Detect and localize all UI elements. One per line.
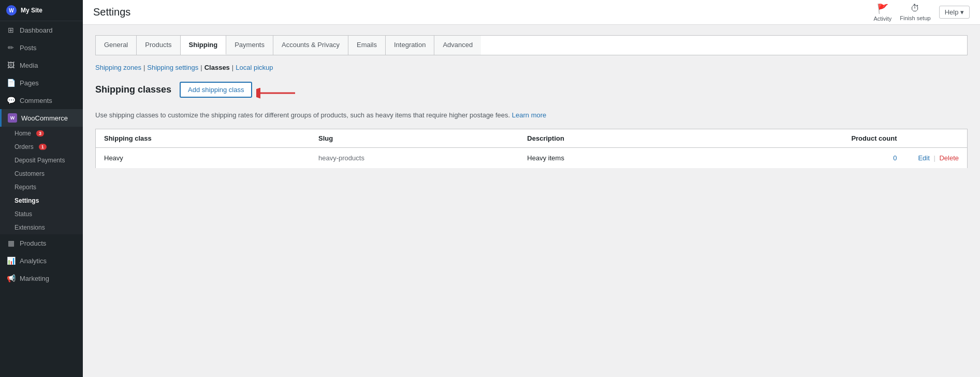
submenu-label: Reports	[14, 184, 36, 191]
section-header: Shipping classes Add shipping class	[95, 82, 252, 98]
main-area: Settings 🚩 Activity ⏱ Finish setup Help …	[83, 0, 980, 377]
edit-link[interactable]: Edit	[918, 154, 929, 162]
tab-emails[interactable]: Emails	[348, 36, 386, 55]
topbar: Settings 🚩 Activity ⏱ Finish setup Help …	[83, 0, 980, 25]
row-name: Heavy	[96, 147, 311, 168]
add-shipping-class-button[interactable]: Add shipping class	[180, 82, 252, 98]
finish-setup-icon: ⏱	[911, 3, 920, 14]
submenu-label: Extensions	[14, 224, 45, 231]
sidebar-item-label: Products	[20, 239, 46, 247]
sidebar: W My Site ⊞ Dashboard ✏ Posts 🖼 Media 📄 …	[0, 0, 83, 377]
home-badge: 3	[36, 130, 44, 137]
learn-more-link[interactable]: Learn more	[512, 111, 546, 119]
tab-accounts-privacy[interactable]: Accounts & Privacy	[273, 36, 348, 55]
section-header-row: Shipping classes Add shipping class	[95, 82, 968, 104]
subnav-classes[interactable]: Classes	[204, 64, 230, 71]
sidebar-item-comments[interactable]: 💬 Comments	[0, 92, 83, 109]
row-actions: Edit | Delete	[905, 147, 968, 168]
red-arrow-icon	[256, 84, 298, 102]
sidebar-item-label: Comments	[20, 97, 52, 104]
row-product-count: 0	[698, 147, 905, 168]
activity-icon: 🚩	[877, 3, 888, 14]
submenu-label: Status	[14, 210, 32, 218]
sidebar-item-analytics[interactable]: 📊 Analytics	[0, 252, 83, 269]
woocommerce-icon: W	[8, 113, 17, 123]
sidebar-item-label: Pages	[20, 79, 39, 87]
help-button[interactable]: Help ▾	[939, 6, 970, 19]
settings-tabs: General Products Shipping Payments Accou…	[95, 35, 968, 55]
sidebar-item-products[interactable]: ▦ Products	[0, 234, 83, 252]
site-name: My Site	[21, 7, 42, 14]
sidebar-item-media[interactable]: 🖼 Media	[0, 56, 83, 74]
shipping-subnav: Shipping zones | Shipping settings | Cla…	[95, 64, 968, 71]
delete-link[interactable]: Delete	[939, 154, 959, 162]
submenu-label: Home	[14, 130, 31, 137]
subnav-sep-2: |	[200, 64, 202, 71]
sidebar-item-posts[interactable]: ✏ Posts	[0, 39, 83, 56]
sidebar-item-label: Posts	[20, 44, 37, 52]
sidebar-item-dashboard[interactable]: ⊞ Dashboard	[0, 21, 83, 39]
submenu-item-extensions[interactable]: Extensions	[0, 221, 83, 234]
analytics-icon: 📊	[6, 256, 16, 265]
sidebar-logo: W My Site	[0, 0, 83, 21]
submenu-item-deposit-payments[interactable]: Deposit Payments	[0, 154, 83, 167]
section-title: Shipping classes	[95, 84, 171, 95]
tab-products[interactable]: Products	[137, 36, 180, 55]
submenu-label: Customers	[14, 170, 45, 177]
media-icon: 🖼	[6, 61, 16, 70]
comments-icon: 💬	[6, 96, 16, 105]
tab-shipping[interactable]: Shipping	[181, 36, 227, 55]
activity-button[interactable]: 🚩 Activity	[873, 3, 891, 22]
wp-logo-icon: W	[6, 5, 17, 16]
sidebar-item-label: Media	[20, 62, 38, 69]
col-actions	[905, 129, 968, 147]
subnav-local-pickup[interactable]: Local pickup	[236, 64, 273, 71]
submenu-item-orders[interactable]: Orders 1	[0, 140, 83, 154]
pages-icon: 📄	[6, 78, 16, 87]
finish-setup-button[interactable]: ⏱ Finish setup	[900, 3, 930, 21]
activity-label: Activity	[873, 16, 891, 22]
submenu-item-status[interactable]: Status	[0, 207, 83, 221]
help-label: Help	[945, 8, 959, 16]
col-description: Description	[519, 129, 697, 147]
subnav-shipping-zones[interactable]: Shipping zones	[95, 64, 141, 71]
action-separator: |	[933, 154, 937, 162]
page-title: Settings	[93, 6, 130, 18]
posts-icon: ✏	[6, 43, 16, 52]
sidebar-item-label: WooCommerce	[21, 114, 68, 122]
sidebar-item-marketing[interactable]: 📢 Marketing	[0, 269, 83, 287]
marketing-icon: 📢	[6, 274, 16, 283]
sidebar-item-woocommerce[interactable]: W WooCommerce	[0, 109, 83, 127]
tab-integration[interactable]: Integration	[386, 36, 434, 55]
submenu-label: Orders	[14, 143, 34, 150]
subnav-sep-1: |	[143, 64, 145, 71]
woocommerce-submenu: Home 3 Orders 1 Deposit Payments Custome…	[0, 127, 83, 234]
topbar-actions: 🚩 Activity ⏱ Finish setup Help ▾	[873, 3, 970, 22]
table-header: Shipping class Slug Description Product …	[96, 129, 968, 147]
sidebar-item-label: Analytics	[20, 257, 47, 265]
tab-advanced[interactable]: Advanced	[434, 36, 481, 55]
submenu-label: Deposit Payments	[14, 157, 65, 164]
col-slug: Slug	[310, 129, 519, 147]
arrow-annotation	[256, 84, 298, 102]
sidebar-item-label: Marketing	[20, 275, 49, 282]
submenu-item-customers[interactable]: Customers	[0, 167, 83, 180]
products-icon: ▦	[6, 238, 16, 248]
table-row: Heavy heavy-products Heavy items 0 Edit …	[96, 147, 968, 168]
sidebar-item-pages[interactable]: 📄 Pages	[0, 74, 83, 92]
submenu-item-home[interactable]: Home 3	[0, 127, 83, 140]
tab-payments[interactable]: Payments	[226, 36, 273, 55]
col-shipping-class: Shipping class	[96, 129, 311, 147]
description-text: Use shipping classes to customize the sh…	[95, 110, 968, 120]
row-description: Heavy items	[519, 147, 697, 168]
tab-general[interactable]: General	[96, 36, 137, 55]
submenu-item-settings[interactable]: Settings	[0, 194, 83, 207]
submenu-item-reports[interactable]: Reports	[0, 180, 83, 194]
col-product-count: Product count	[698, 129, 905, 147]
table-body: Heavy heavy-products Heavy items 0 Edit …	[96, 147, 968, 168]
orders-badge: 1	[39, 144, 47, 150]
shipping-classes-table: Shipping class Slug Description Product …	[95, 129, 968, 169]
row-slug: heavy-products	[310, 147, 519, 168]
subnav-shipping-settings[interactable]: Shipping settings	[147, 64, 198, 71]
sidebar-item-label: Dashboard	[20, 26, 53, 34]
